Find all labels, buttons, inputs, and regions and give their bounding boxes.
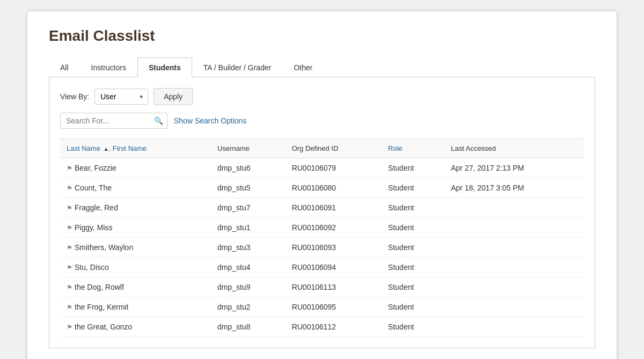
cell-role: Student — [382, 297, 444, 317]
cell-org_id: RU00106079 — [286, 158, 382, 178]
search-row: 🔍 Show Search Options — [60, 113, 584, 129]
cell-last_accessed — [444, 317, 584, 337]
tab-instructors[interactable]: Instructors — [80, 57, 137, 77]
cell-org_id: RU00106080 — [286, 178, 382, 198]
flag-icon[interactable]: ⚑ — [67, 324, 72, 331]
view-by-label: View By: — [60, 92, 89, 101]
apply-button[interactable]: Apply — [153, 88, 193, 105]
cell-last_accessed — [444, 277, 584, 297]
search-input-wrapper: 🔍 — [60, 113, 167, 129]
cell-last_accessed — [444, 258, 584, 277]
table-row: ⚑Fraggle, Reddmp_stu7RU00106091Student — [60, 198, 584, 218]
flag-icon[interactable]: ⚑ — [67, 224, 72, 232]
tab-all[interactable]: All — [49, 57, 80, 77]
cell-username: dmp_stu6 — [211, 158, 286, 178]
cell-username: dmp_stu3 — [211, 238, 286, 258]
table-header: Last Name ▲, First NameUsernameOrg Defin… — [60, 139, 584, 158]
cell-username: dmp_stu4 — [211, 258, 286, 277]
cell-role: Student — [382, 198, 444, 218]
cell-role: Student — [382, 218, 444, 238]
cell-last_accessed — [444, 297, 584, 317]
sort-asc-icon: ▲ — [102, 146, 109, 152]
cell-org_id: RU00106091 — [286, 198, 382, 218]
search-input[interactable] — [60, 113, 167, 129]
tab-other[interactable]: Other — [282, 57, 324, 77]
flag-icon[interactable]: ⚑ — [67, 165, 72, 172]
page-title: Email Classlist — [49, 27, 595, 45]
cell-name: ⚑the Great, Gonzo — [60, 317, 211, 337]
cell-name: ⚑Count, The — [60, 178, 211, 198]
cell-name: ⚑Fraggle, Red — [60, 198, 211, 218]
tabs-bar: AllInstructorsStudentsTA / Builder / Gra… — [49, 57, 595, 77]
table-row: ⚑Smithers, Waylondmp_stu3RU00106093Stude… — [60, 238, 584, 258]
cell-name: ⚑Piggy, Miss — [60, 218, 211, 238]
cell-username: dmp_stu9 — [211, 277, 286, 297]
cell-username: dmp_stu8 — [211, 317, 286, 337]
cell-last_accessed — [444, 238, 584, 258]
cell-last_accessed — [444, 218, 584, 238]
col-header-last_accessed: Last Accessed — [444, 139, 584, 158]
table-body: ⚑Bear, Fozziedmp_stu6RU00106079StudentAp… — [60, 158, 584, 337]
col-header-org_id: Org Defined ID — [286, 139, 382, 158]
cell-name: ⚑Smithers, Waylon — [60, 238, 211, 258]
table-row: ⚑the Frog, Kermitdmp_stu2RU00106095Stude… — [60, 297, 584, 317]
modal-container: Email Classlist AllInstructorsStudentsTA… — [27, 11, 617, 359]
cell-last_accessed: Apr 18, 2017 3:05 PM — [444, 178, 584, 198]
content-area: View By: UserGroupSection ▼ Apply 🔍 Show… — [49, 77, 595, 348]
cell-role: Student — [382, 277, 444, 297]
cell-org_id: RU00106094 — [286, 258, 382, 277]
show-search-options-link[interactable]: Show Search Options — [174, 116, 246, 125]
cell-org_id: RU00106095 — [286, 297, 382, 317]
flag-icon[interactable]: ⚑ — [67, 185, 72, 192]
flag-icon[interactable]: ⚑ — [67, 244, 72, 252]
cell-role: Student — [382, 178, 444, 198]
flag-icon[interactable]: ⚑ — [67, 264, 72, 272]
search-icon: 🔍 — [154, 116, 163, 125]
cell-name: ⚑Stu, Disco — [60, 258, 211, 277]
flag-icon[interactable]: ⚑ — [67, 304, 72, 311]
cell-role: Student — [382, 158, 444, 178]
cell-role: Student — [382, 238, 444, 258]
cell-org_id: RU00106093 — [286, 238, 382, 258]
tab-ta[interactable]: TA / Builder / Grader — [192, 57, 283, 77]
cell-org_id: RU00106113 — [286, 277, 382, 297]
controls-row: View By: UserGroupSection ▼ Apply — [60, 88, 584, 105]
cell-username: dmp_stu1 — [211, 218, 286, 238]
table-row: ⚑Stu, Discodmp_stu4RU00106094Student — [60, 258, 584, 277]
cell-role: Student — [382, 258, 444, 277]
flag-icon[interactable]: ⚑ — [67, 204, 72, 212]
cell-username: dmp_stu5 — [211, 178, 286, 198]
cell-org_id: RU00106112 — [286, 317, 382, 337]
table-row: ⚑Bear, Fozziedmp_stu6RU00106079StudentAp… — [60, 158, 584, 178]
col-header-username: Username — [211, 139, 286, 158]
cell-last_accessed: Apr 27, 2017 2:13 PM — [444, 158, 584, 178]
tab-students[interactable]: Students — [137, 57, 192, 77]
view-by-select-wrapper: UserGroupSection ▼ — [94, 89, 148, 105]
flag-icon[interactable]: ⚑ — [67, 284, 72, 291]
cell-last_accessed — [444, 198, 584, 218]
view-by-select[interactable]: UserGroupSection — [94, 89, 148, 105]
col-header-role[interactable]: Role — [382, 139, 444, 158]
table-row: ⚑the Dog, Rowlfdmp_stu9RU00106113Student — [60, 277, 584, 297]
cell-name: ⚑the Dog, Rowlf — [60, 277, 211, 297]
table-row: ⚑Count, Thedmp_stu5RU00106080StudentApr … — [60, 178, 584, 198]
cell-name: ⚑Bear, Fozzie — [60, 158, 211, 178]
classlist-table: Last Name ▲, First NameUsernameOrg Defin… — [60, 138, 584, 337]
cell-username: dmp_stu2 — [211, 297, 286, 317]
cell-name: ⚑the Frog, Kermit — [60, 297, 211, 317]
cell-username: dmp_stu7 — [211, 198, 286, 218]
table-row: ⚑Piggy, Missdmp_stu1RU00106092Student — [60, 218, 584, 238]
cell-org_id: RU00106092 — [286, 218, 382, 238]
table-row: ⚑the Great, Gonzodmp_stu8RU00106112Stude… — [60, 317, 584, 337]
col-header-name[interactable]: Last Name ▲, First Name — [60, 139, 211, 158]
cell-role: Student — [382, 317, 444, 337]
table-header-row: Last Name ▲, First NameUsernameOrg Defin… — [60, 139, 584, 158]
